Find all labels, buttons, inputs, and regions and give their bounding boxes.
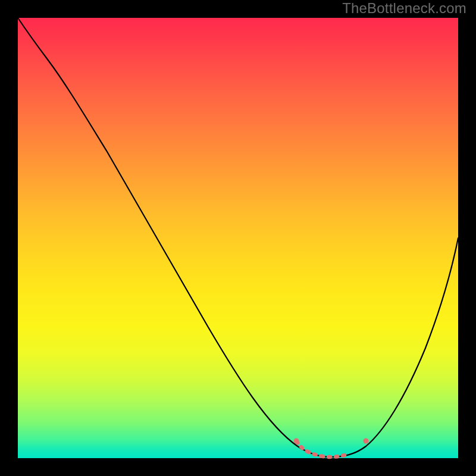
chart-frame: TheBottleneck.com [0,0,476,476]
trough-left-knob [294,439,299,444]
bottleneck-curve [18,18,458,457]
plot-area [18,18,458,458]
trough-right-knob [364,439,369,444]
bottleneck-curve-svg [18,18,458,458]
watermark-text: TheBottleneck.com [342,0,466,17]
trough-marker [296,441,366,457]
